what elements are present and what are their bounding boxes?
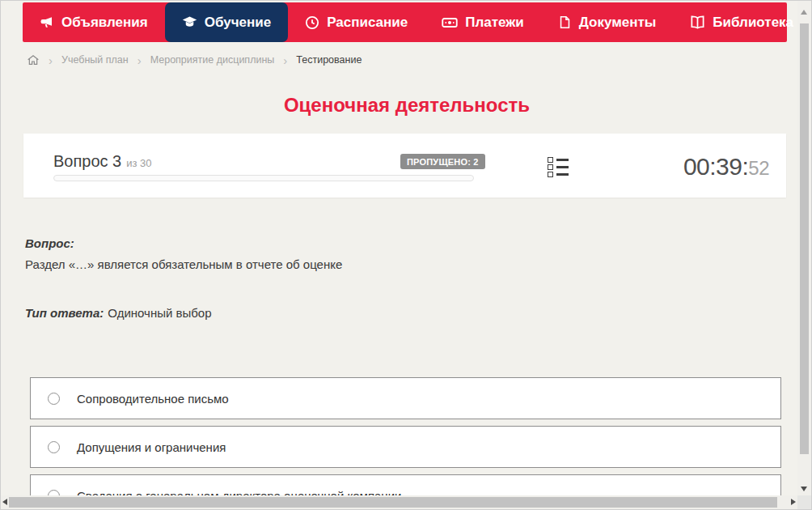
- nav-item-learning[interactable]: Обучение: [165, 2, 288, 42]
- vertical-scrollbar-thumb[interactable]: [800, 23, 809, 454]
- answer-option-2[interactable]: Допущения и ограничения: [30, 426, 781, 468]
- breadcrumb: › Учебный план › Мероприятие дисциплины …: [27, 51, 362, 69]
- radio-button[interactable]: [48, 441, 60, 453]
- answer-type-label: Тип ответа:: [25, 306, 104, 320]
- checklist-icon: [548, 156, 569, 178]
- top-navigation: Объявления Обучение Расписание Платежи Д…: [23, 2, 787, 42]
- answer-option-label: Допущения и ограничения: [77, 440, 226, 454]
- nav-item-schedule[interactable]: Расписание: [288, 2, 425, 42]
- vertical-scrollbar[interactable]: [797, 1, 811, 497]
- radio-button[interactable]: [48, 393, 60, 405]
- scroll-down-arrow-icon[interactable]: [801, 487, 807, 491]
- question-label: Вопрос:: [25, 236, 74, 250]
- book-icon: [690, 15, 705, 30]
- breadcrumb-item-current-testing: Тестирование: [296, 54, 362, 66]
- home-icon[interactable]: [27, 53, 40, 66]
- breadcrumb-separator-icon: ›: [49, 54, 53, 66]
- timer: 00:39:52: [683, 153, 769, 181]
- nav-item-payments[interactable]: Платежи: [425, 2, 541, 42]
- document-icon: [558, 15, 572, 29]
- answer-type-value: Одиночный выбор: [108, 306, 211, 320]
- app-window: Объявления Обучение Расписание Платежи Д…: [0, 0, 812, 510]
- horizontal-scrollbar[interactable]: [1, 495, 799, 509]
- question-text: Раздел «…» является обязательным в отчет…: [25, 257, 342, 271]
- nav-item-label: Расписание: [327, 15, 408, 31]
- timer-main: 00:39:: [683, 153, 748, 180]
- question-number-label: Вопрос 3: [53, 152, 121, 170]
- question-progress-bar: [53, 175, 474, 181]
- nav-item-label: Объявления: [61, 15, 148, 31]
- skipped-status-badge: ПРОПУЩЕНО: 2: [400, 154, 485, 169]
- answer-option-1[interactable]: Сопроводительное письмо: [30, 377, 781, 419]
- scroll-right-arrow-icon[interactable]: [791, 499, 796, 505]
- scroll-left-arrow-icon[interactable]: [2, 499, 7, 505]
- nav-item-label: Обучение: [205, 15, 271, 31]
- page-title: Оценочная деятельность: [1, 94, 812, 117]
- horizontal-scrollbar-thumb[interactable]: [9, 497, 777, 508]
- answer-option-label: Сопроводительное письмо: [77, 392, 229, 406]
- answer-type-row: Тип ответа:Одиночный выбор: [25, 306, 212, 320]
- timer-seconds: 52: [748, 157, 769, 179]
- clock-icon: [305, 15, 319, 30]
- nav-item-label: Библиотека: [713, 15, 793, 31]
- cash-icon: [442, 15, 458, 31]
- scroll-up-arrow-icon[interactable]: [801, 10, 807, 15]
- nav-item-label: Документы: [579, 15, 657, 31]
- breadcrumb-item-discipline-event[interactable]: Мероприятие дисциплины: [150, 54, 275, 66]
- breadcrumb-item-study-plan[interactable]: Учебный план: [61, 54, 129, 66]
- scrollbar-corner: [797, 495, 811, 509]
- nav-item-documents[interactable]: Документы: [541, 2, 674, 42]
- question-total-label: из 30: [126, 157, 151, 169]
- nav-item-library[interactable]: Библиотека: [673, 2, 812, 42]
- nav-item-label: Платежи: [465, 15, 524, 31]
- graduation-cap-icon: [182, 15, 197, 30]
- question-header-card: Вопрос 3из 30 ПРОПУЩЕНО: 2 00:39:52: [23, 134, 786, 198]
- question-list-button[interactable]: [548, 156, 569, 179]
- nav-item-announcements[interactable]: Объявления: [23, 2, 165, 42]
- question-number: Вопрос 3из 30: [53, 152, 152, 171]
- megaphone-icon: [40, 15, 54, 30]
- breadcrumb-separator-icon: ›: [283, 54, 287, 66]
- breadcrumb-separator-icon: ›: [137, 54, 142, 66]
